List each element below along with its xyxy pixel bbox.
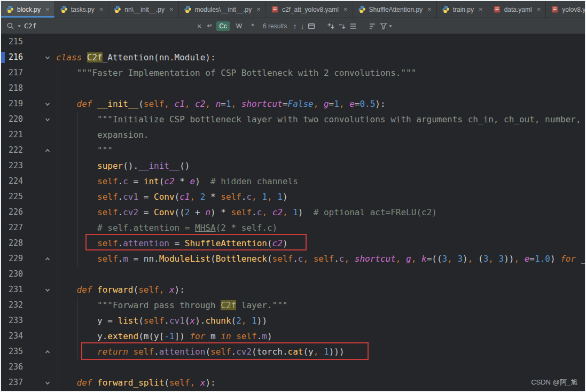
line-number: 223 [1,158,38,174]
tab-close-icon[interactable]: × [45,6,50,13]
code-line-233[interactable]: 233 y = list(self.cv1(x).chunk(2, 1)) [1,313,585,328]
code-text: def __init__(self, c1, c2, n=1, shortcut… [56,96,585,112]
code-line-221[interactable]: 221 expansion. [1,127,585,143]
caret-line-marker [1,52,5,63]
code-line-222[interactable]: 222 """ [1,143,585,158]
fold-gutter [38,205,56,220]
fold-down-icon[interactable] [38,282,56,297]
code-text: """Forward pass through C2f layer.""" [56,297,585,313]
fold-gutter [38,189,56,205]
tab-label: tasks.py [71,6,95,13]
code-text: self.cv1 = Conv(c1, 2 * self.c, 1, 1) [56,189,585,205]
tab-modules-init-py[interactable]: modules\__init__.py× [179,1,266,18]
line-number: 228 [1,236,38,251]
tab-bar: block.py×tasks.py×nn\__init__.py×modules… [1,1,585,18]
tab-close-icon[interactable]: × [99,6,104,13]
code-line-225[interactable]: 225 self.cv1 = Conv(c1, 2 * self.c, 1, 1… [1,189,585,205]
tab-close-icon[interactable]: × [256,6,261,13]
regex-toggle[interactable]: * [248,20,257,32]
python-file-icon [358,5,366,13]
code-line-232[interactable]: 232 """Forward pass through C2f layer.""… [1,297,585,313]
code-text [56,81,585,96]
tab-tasks-py[interactable]: tasks.py× [55,1,109,18]
fold-gutter [38,127,56,143]
line-number: 216 [1,50,38,65]
tab-yolov8-yaml[interactable]: yolov8.yaml× [546,1,585,18]
tab-close-icon[interactable]: × [479,6,483,13]
tab-shuffleattention-py[interactable]: ShuffleAttention.py× [353,1,437,18]
code-line-228[interactable]: 228 self.attention = ShuffleAttention(c2… [1,236,585,251]
fold-gutter [38,174,56,189]
fold-gutter [38,65,56,81]
code-line-223[interactable]: 223 super().__init__() [1,158,585,174]
line-number: 226 [1,205,38,220]
code-line-217[interactable]: 217 """Faster Implementation of CSP Bott… [1,65,585,81]
code-line-216[interactable]: 216class C2f_Attention(nn.Module): [1,50,585,65]
fold-up-icon[interactable] [38,344,56,359]
fold-down-icon[interactable] [38,375,56,390]
fold-gutter [38,158,56,174]
code-text: """Faster Implementation of CSP Bottlene… [56,65,585,81]
line-number: 229 [1,251,38,266]
code-line-215[interactable]: 215 [1,34,585,50]
clear-search-icon[interactable]: × [197,22,201,30]
code-text: y = list(self.cv1(x).chunk(2, 1)) [56,313,585,328]
code-line-237[interactable]: 237 def forward_split(self, x): [1,375,585,390]
tab-data-yaml[interactable]: data.yaml× [488,1,546,18]
fold-up-icon[interactable] [38,251,56,266]
code-line-224[interactable]: 224 self.c = int(c2 * e) # hidden channe… [1,174,585,189]
code-text: """ [56,143,585,158]
newline-icon[interactable] [205,22,213,30]
select-all-occurrences-icon[interactable] [349,22,357,30]
code-line-230[interactable]: 230 [1,266,585,282]
fold-down-icon[interactable] [38,50,56,65]
tab-close-icon[interactable]: × [537,6,541,13]
line-number: 233 [1,313,38,328]
previous-match-button[interactable]: ↑ [293,22,296,30]
code-text: y.extend(m(y[-1]) for m in self.m) [56,328,585,344]
tab-c2f-att-yolov8-yaml[interactable]: c2f_att_yolov8.yaml× [266,1,353,18]
code-text: return self.attention(self.cv2(torch.cat… [56,344,585,359]
line-number: 237 [1,375,38,390]
fold-gutter [38,328,56,344]
code-line-226[interactable]: 226 self.cv2 = Conv((2 + n) * self.c, c2… [1,205,585,220]
python-file-icon [113,5,121,13]
match-case-toggle[interactable]: Cc [216,21,230,31]
add-occurrence-icon[interactable] [327,22,334,30]
code-line-220[interactable]: 220 """Initialize CSP bottleneck layer w… [1,112,585,127]
tab-label: yolov8.yaml [562,6,585,13]
fold-gutter [38,266,56,282]
fold-up-icon[interactable] [38,143,56,158]
code-line-218[interactable]: 218 [1,81,585,96]
code-line-219[interactable]: 219 def __init__(self, c1, c2, n=1, shor… [1,96,585,112]
tab-close-icon[interactable]: × [427,6,432,13]
watermark: CSDN @阿_旭 [531,378,577,387]
code-text: self.c = int(c2 * e) # hidden channels [56,174,585,189]
line-number: 232 [1,297,38,313]
next-match-button[interactable]: ↓ [300,22,304,30]
remove-occurrence-icon[interactable] [338,22,346,30]
tab-label: train.py [453,6,474,13]
code-line-236[interactable]: 236 [1,359,585,375]
fold-down-icon[interactable] [38,96,56,112]
line-number: 222 [1,143,38,158]
tab-close-icon[interactable]: × [169,6,174,13]
open-in-find-window-icon[interactable] [308,22,315,30]
words-toggle[interactable]: W [233,21,245,31]
code-line-227[interactable]: 227 # self.attention = MHSA(2 * self.c) [1,220,585,236]
view-options-icon[interactable] [369,22,376,30]
fold-down-icon[interactable] [38,112,56,127]
code-editor[interactable]: 215216class C2f_Attention(nn.Module):217… [1,34,585,391]
code-line-235[interactable]: 235 return self.attention(self.cv2(torch… [1,344,585,359]
code-text [56,34,585,50]
search-input[interactable]: C2f [6,18,193,34]
code-line-234[interactable]: 234 y.extend(m(y[-1]) for m in self.m) [1,328,585,344]
code-line-231[interactable]: 231 def forward(self, x): [1,282,585,297]
filter-icon[interactable] [380,22,393,30]
tab-train-py[interactable]: train.py× [437,1,488,18]
code-line-229[interactable]: 229 self.m = nn.ModuleList(Bottleneck(se… [1,251,585,266]
tab-close-icon[interactable]: × [343,6,348,13]
tab-nn-init-py[interactable]: nn\__init__.py× [108,1,178,18]
tab-block-py[interactable]: block.py× [1,1,55,18]
search-history-caret-icon[interactable] [17,24,21,28]
